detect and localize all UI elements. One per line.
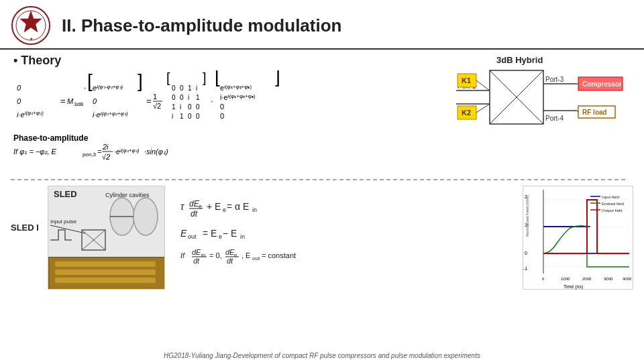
svg-line-73 — [476, 80, 490, 90]
svg-text:Input pulse: Input pulse — [50, 219, 77, 225]
svg-text:0: 0 — [188, 113, 192, 120]
svg-text:Time (ns): Time (ns) — [564, 284, 583, 290]
svg-text:Normalized Field (V/m): Normalized Field (V/m) — [525, 196, 529, 237]
svg-text:[: [ — [166, 70, 170, 85]
matrix-formula: 0 0 i·ei(φ₁+φ₂) = M 3dB · [ ei(φ₁-φ₂+φ₃)… — [13, 70, 295, 164]
svg-text:]: ] — [138, 70, 143, 91]
svg-text:4000: 4000 — [623, 277, 632, 281]
left-section: • Theory 0 0 i·ei(φ₁+φ₂) = M 3dB · [ ei(… — [13, 54, 429, 174]
svg-text:-1: -1 — [523, 266, 527, 271]
svg-text:0: 0 — [196, 113, 200, 120]
bottom-section: SLED I SLED Cylinder cavities Input puls… — [0, 186, 644, 294]
svg-text:in: in — [240, 233, 245, 240]
svg-text:= E: = E — [203, 228, 217, 239]
svg-text:dt: dt — [227, 257, 233, 265]
svg-text:Port-3: Port-3 — [545, 76, 564, 83]
svg-text:dE: dE — [192, 248, 201, 256]
svg-text:3dB: 3dB — [74, 101, 83, 107]
svg-text:1000: 1000 — [561, 277, 570, 281]
svg-text:pon,3: pon,3 — [83, 152, 97, 158]
svg-text:0: 0 — [17, 97, 21, 105]
svg-text:i: i — [180, 103, 181, 111]
svg-text:1: 1 — [172, 103, 176, 111]
equations-svg: τ dE e dt + E e = α E in E out = E e − E… — [177, 196, 325, 284]
svg-text:0: 0 — [525, 251, 527, 255]
page-title: II. Phase-to-amplitude modulation — [62, 15, 341, 36]
svg-text:2000: 2000 — [582, 277, 592, 281]
svg-text:·ei(φ₁+φ₃): ·ei(φ₁+φ₃) — [114, 147, 140, 156]
svg-text:0: 0 — [196, 103, 200, 111]
svg-text:i: i — [196, 84, 197, 92]
svg-text:dt: dt — [193, 257, 200, 265]
svg-text:Emitted field: Emitted field — [602, 202, 624, 206]
svg-text:K2: K2 — [462, 109, 471, 117]
svg-text:1: 1 — [196, 94, 200, 101]
svg-text:Output field: Output field — [602, 208, 623, 213]
svg-text:i·ei(φ₁+φ₂+φ₃): i·ei(φ₁+φ₂+φ₃) — [93, 111, 128, 119]
hybrid-diagram-svg: 3dB Hybrid Port-1 Port-2 Port-3 Port-4 K… — [429, 54, 631, 171]
svg-text:Phase-to-amplitude: Phase-to-amplitude — [13, 133, 89, 143]
svg-text:0: 0 — [180, 94, 184, 101]
svg-text:Input field: Input field — [602, 195, 619, 199]
svg-text:0: 0 — [220, 112, 224, 120]
section-divider — [11, 174, 633, 186]
footer-citation: HG2018-Yuliang Jiang-Development of comp… — [0, 352, 644, 359]
svg-text:If φ₁ = −φ₂, E: If φ₁ = −φ₂, E — [13, 147, 57, 156]
svg-text:3000: 3000 — [604, 277, 613, 281]
svg-text:[: [ — [215, 70, 220, 86]
field-chart: 2 1 0 -1 Normalized Field (V/m) 0 1000 2… — [523, 186, 633, 290]
svg-text:out: out — [252, 255, 260, 261]
svg-text:0: 0 — [17, 84, 21, 92]
svg-line-84 — [50, 225, 85, 233]
svg-text:1: 1 — [188, 84, 192, 92]
svg-text:1: 1 — [153, 93, 157, 101]
svg-text:in: in — [201, 252, 205, 258]
svg-text:=: = — [146, 96, 152, 106]
hybrid-title: 3dB Hybrid — [496, 55, 543, 65]
svg-text:Compressor: Compressor — [582, 80, 622, 88]
svg-text:SLED: SLED — [54, 189, 77, 199]
svg-text:1: 1 — [180, 113, 184, 120]
svg-text:ei(φ₁-φ₂+φ₃): ei(φ₁-φ₂+φ₃) — [93, 84, 123, 92]
svg-line-74 — [476, 104, 490, 113]
svg-text:K1: K1 — [462, 76, 471, 84]
svg-text:·: · — [211, 96, 213, 106]
sled-diagram: SLED Cylinder cavities Input pulse RF so… — [48, 186, 165, 290]
svg-rect-93 — [55, 269, 156, 275]
svg-text:= constant: = constant — [262, 251, 296, 259]
svg-text:0: 0 — [93, 97, 97, 105]
svg-text:e: e — [223, 206, 226, 213]
svg-text:i·ei(φ₁+φ₂): i·ei(φ₁+φ₂) — [17, 110, 44, 119]
svg-text:RF load: RF load — [582, 109, 607, 116]
theory-heading: • Theory — [13, 54, 429, 68]
svg-rect-94 — [55, 278, 156, 283]
svg-text:0: 0 — [220, 103, 224, 111]
svg-point-81 — [133, 198, 158, 235]
svg-text:=: = — [60, 96, 66, 106]
svg-text:τ: τ — [180, 201, 184, 212]
svg-text:in: in — [252, 206, 257, 213]
svg-text:0: 0 — [172, 84, 176, 92]
svg-text:e: e — [234, 252, 237, 258]
svg-text:Port-4: Port-4 — [545, 115, 564, 122]
chart-svg: 2 1 0 -1 Normalized Field (V/m) 0 1000 2… — [523, 186, 634, 290]
svg-text:E: E — [180, 228, 187, 239]
svg-text:ei(φ₁+φ₂+φ₃): ei(φ₁+φ₂+φ₃) — [220, 84, 252, 92]
svg-text:out: out — [188, 233, 197, 240]
svg-rect-92 — [55, 261, 156, 267]
equations-block: τ dE e dt + E e = α E in E out = E e − E… — [172, 186, 516, 294]
sled-label: SLED I — [11, 186, 41, 233]
svg-text:If: If — [180, 251, 185, 259]
svg-text:=: = — [97, 147, 102, 156]
svg-text:0: 0 — [172, 94, 176, 101]
svg-text:Cylinder cavities: Cylinder cavities — [105, 192, 150, 198]
svg-text:= α E: = α E — [227, 201, 249, 212]
svg-text:i: i — [188, 94, 189, 101]
svg-text:+ E: + E — [207, 201, 221, 212]
sled-diagram-svg: SLED Cylinder cavities Input pulse RF so… — [48, 186, 165, 290]
svg-text:2i: 2i — [102, 143, 109, 151]
svg-text:√2: √2 — [153, 102, 161, 110]
svg-text:, E: , E — [241, 251, 250, 259]
svg-text:dt: dt — [191, 209, 198, 219]
svg-text:0: 0 — [188, 103, 192, 111]
